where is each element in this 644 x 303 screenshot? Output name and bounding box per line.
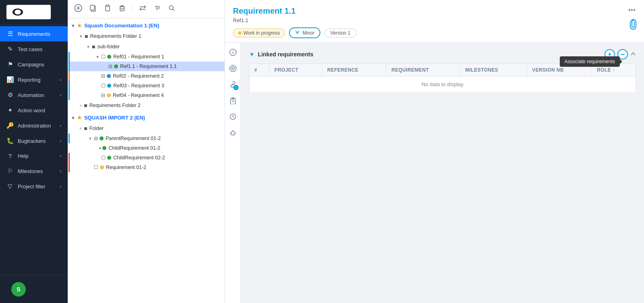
chevron-right-icon-2: › [60, 93, 61, 97]
sidebar-item-requirements[interactable]: ☰ Requirements [0, 26, 68, 41]
status-dot-yellow [107, 93, 111, 97]
requirements-icon: ☰ [6, 30, 14, 37]
sidebar-label-administration: Administration [18, 123, 51, 129]
chevron-right-icon: › [60, 78, 61, 82]
folder-label-3: Folder [89, 126, 104, 131]
folder-icon-4: ■ [84, 125, 87, 132]
transfer-button[interactable] [137, 4, 148, 14]
link-icon-btn[interactable]: 1 [226, 78, 239, 91]
tree-item-child-req01-2[interactable]: ▪ ChildRequirement 01-2 [68, 143, 224, 153]
info-icon-btn[interactable] [226, 46, 239, 59]
criticality-badge[interactable]: Minor [289, 27, 320, 38]
clipboard-icon-btn[interactable] [226, 94, 239, 107]
req-icon-2: ⊟ [108, 64, 112, 69]
tree-item-folder-3[interactable]: + ■ Folder [68, 123, 224, 134]
section-title: ▼ Linked requirements [249, 51, 314, 58]
sidebar-item-reporting[interactable]: 📊 Reporting › [0, 72, 68, 87]
action-word-icon: ✦ [6, 107, 14, 114]
version-badge[interactable]: Version 1 [324, 29, 357, 37]
status-dot-green [107, 55, 111, 59]
search-button[interactable] [166, 4, 177, 14]
bugtrackers-icon: 🐛 [6, 137, 14, 144]
section-title-text: Linked requirements [258, 51, 314, 58]
subfolder-label: sub-folder [97, 44, 120, 49]
add-button[interactable] [73, 3, 84, 15]
sort-button[interactable] [152, 4, 162, 14]
svg-point-25 [233, 51, 233, 52]
tree-item-folder-1[interactable]: ▼ ■ Requirements Folder 1 [68, 31, 224, 41]
sidebar-item-administration[interactable]: 🔑 Administration › [0, 118, 68, 133]
sidebar-item-campaigns[interactable]: ⚑ Campaigns [0, 57, 68, 72]
more-options-button[interactable] [628, 7, 636, 15]
tree-item-folder-2[interactable]: + ■ Requirements Folder 2 [68, 100, 224, 111]
sidebar-label-requirements: Requirements [18, 31, 50, 37]
status-badges: Work in progress Minor Version 1 [233, 27, 636, 38]
copy-button[interactable] [88, 4, 98, 14]
sidebar-nav: ☰ Requirements ✎ Test cases ⚑ Campaigns … [0, 25, 68, 275]
req-label-ref02: Ref02 - Requirement 2 [113, 73, 164, 79]
sidebar-label-milestones: Milestones [18, 168, 43, 174]
req-label-ref1-1: Ref1.1 - Requirement 1.1 [120, 64, 177, 69]
svg-rect-29 [231, 99, 235, 104]
svg-point-20 [629, 9, 630, 11]
section-chevron[interactable]: ▼ [249, 51, 255, 58]
tree-toolbar [68, 0, 224, 19]
tree-item-ref04[interactable]: ⊟ Ref04 - Requirement 4 [69, 91, 224, 100]
folder-icon-2: ■ [92, 43, 95, 50]
sidebar-item-action-word[interactable]: ✦ Action word [0, 103, 68, 118]
milestones-icon: ⚐ [6, 167, 14, 175]
target-icon-btn[interactable] [226, 62, 239, 75]
work-progress-badge[interactable]: Work in progress [233, 29, 285, 37]
chevron-right-icon-7: › [60, 184, 61, 189]
bug-icon-btn[interactable] [226, 126, 239, 139]
tree-item-ref02[interactable]: ⊟ Ref02 - Requirement 2 [69, 71, 224, 81]
folder-icon-3: ■ [84, 102, 87, 109]
add-icon-2[interactable]: + [79, 125, 82, 132]
expand-icon-2: ▼ [86, 45, 91, 49]
tree-item-ref01[interactable]: ▼ ☐ Ref01 - Requirement 1 [69, 52, 224, 62]
paste-button[interactable] [102, 4, 113, 14]
sidebar-label-action-word: Action word [18, 107, 45, 113]
sidebar-label-test-cases: Test cases [18, 46, 42, 52]
sidebar-label-campaigns: Campaigns [18, 62, 44, 68]
req-icon-4: ☐ [101, 83, 106, 89]
collapse-icon: ▼ [71, 23, 75, 28]
history-icon-btn[interactable] [226, 110, 239, 123]
add-icon[interactable]: + [79, 102, 82, 109]
sidebar-item-project-filter[interactable]: ▽ Project filter › [0, 179, 68, 194]
tree-project-squash-import[interactable]: ▼ ★ SQUASH IMPORT 2 (EN) [68, 112, 224, 123]
req-icon-6: ⊟ [94, 136, 98, 141]
table-row-empty: No data to display [249, 76, 636, 93]
status-dot-blue [107, 74, 111, 78]
folder-label-1: Requirements Folder 1 [90, 33, 141, 39]
sidebar-item-automation[interactable]: ⚙ Automation › [0, 87, 68, 103]
tree-item-req01-2[interactable]: ☐ Requirement 01-2 [69, 163, 224, 172]
attachment-button[interactable] [629, 19, 638, 32]
expand-icon-8: ▼ [88, 136, 93, 141]
status-dot-green-3 [100, 136, 104, 140]
attachment-area [629, 19, 638, 32]
sidebar: squash ☰ Requirements ✎ Test cases ⚑ Cam… [0, 0, 68, 303]
tree-item-subfolder[interactable]: ▼ ■ sub-folder [68, 41, 224, 52]
tree-project-squash-doc[interactable]: ▼ ★ Squash Documentation 1 (EN) [68, 20, 224, 31]
expand-icon-3: ▼ [96, 55, 100, 59]
content-area: 1 ▼ Linked requirements [225, 43, 644, 303]
logo-area: squash [0, 0, 68, 25]
tree-item-ref1-1[interactable]: ⊟ Ref1.1 - Requirement 1.1 [69, 62, 224, 71]
req-label-child02-2: ChildRequirement 02-2 [113, 155, 165, 161]
avatar[interactable]: S [11, 282, 26, 297]
sidebar-item-test-cases[interactable]: ✎ Test cases [0, 41, 68, 57]
tree-item-ref03[interactable]: ☐ Ref03 - Requirement 3 [69, 81, 224, 91]
star-icon-2: ★ [77, 115, 82, 121]
sidebar-item-help[interactable]: ? Help › [0, 148, 68, 163]
collapse-section-button[interactable] [630, 51, 636, 58]
req-icon-5: ⊟ [101, 93, 105, 98]
tree-item-child-req02-2[interactable]: ☐ ChildRequirement 02-2 [69, 153, 224, 163]
delete-button[interactable] [117, 4, 127, 14]
tree-item-parent-req01-2[interactable]: ▼ ⊟ ParentRequirement 01-2 [69, 134, 224, 143]
req-icon-7: ▪ [99, 145, 101, 151]
svg-point-18 [169, 6, 173, 10]
sidebar-item-milestones[interactable]: ⚐ Milestones › [0, 163, 68, 179]
req-label-ref03: Ref03 - Requirement 3 [113, 83, 164, 89]
sidebar-item-bugtrackers[interactable]: 🐛 Bugtrackers › [0, 133, 68, 148]
